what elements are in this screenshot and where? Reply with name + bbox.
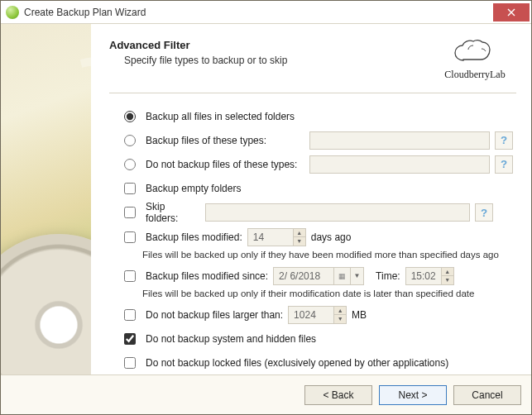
radio-label: Backup all files in selected folders <box>146 111 295 122</box>
close-button[interactable] <box>493 3 530 21</box>
brand-name: CloudberryLab <box>434 69 516 81</box>
checkbox-label: Backup files modified since: <box>146 270 268 282</box>
chevron-down-icon[interactable]: ▼ <box>350 268 363 284</box>
disc-icon <box>1 234 91 374</box>
radio-backup-types[interactable]: Backup files of these types: <box>124 135 304 146</box>
close-icon <box>507 8 515 17</box>
modified-days-value[interactable] <box>248 229 293 246</box>
checkbox-label: Backup empty folders <box>146 183 241 194</box>
wizard-window: Create Backup Plan Wizard Advanced Filte… <box>0 0 532 415</box>
since-time-spinner[interactable]: ▲ ▼ <box>405 267 454 285</box>
skip-folders-input[interactable] <box>205 203 470 222</box>
checkbox-label: Do not backup system and hidden files <box>146 333 316 345</box>
cancel-button[interactable]: Cancel <box>453 385 521 405</box>
backup-types-input[interactable] <box>309 131 490 150</box>
since-time-value[interactable] <box>406 268 441 284</box>
since-date-value: 2/ 6/2018 <box>279 270 330 282</box>
app-icon <box>6 6 19 19</box>
checkbox-skip-system[interactable]: Do not backup system and hidden files <box>124 327 513 350</box>
next-button[interactable]: Next > <box>379 385 447 405</box>
spin-up-icon[interactable]: ▲ <box>442 268 453 277</box>
window-title: Create Backup Plan Wizard <box>24 7 146 18</box>
checkbox-label: Backup files modified: <box>146 231 242 243</box>
calendar-icon[interactable]: ▦ <box>333 268 350 284</box>
checkbox-skip-locked-input[interactable] <box>124 357 136 369</box>
checkbox-skip-locked[interactable]: Do not backup locked files (exclusively … <box>124 351 513 374</box>
size-unit-label: MB <box>352 309 367 321</box>
brand-logo: CloudberryLab <box>434 39 516 81</box>
checkbox-label: Do not backup locked files (exclusively … <box>146 357 448 369</box>
spin-up-icon[interactable]: ▲ <box>294 229 305 238</box>
help-button[interactable]: ? <box>475 203 493 222</box>
wizard-footer: < Back Next > Cancel <box>1 374 531 414</box>
radio-label: Backup files of these types: <box>146 135 266 146</box>
radio-skip-types[interactable]: Do not backup files of these types: <box>124 159 304 170</box>
checkbox-modified-since[interactable]: Backup files modified since: <box>124 270 268 282</box>
divider <box>109 93 516 93</box>
side-artwork <box>1 24 91 374</box>
spin-down-icon[interactable]: ▼ <box>442 276 453 284</box>
since-date-input[interactable]: 2/ 6/2018 ▦ ▼ <box>273 267 364 285</box>
modified-since-note: Files will be backed up only if their mo… <box>142 289 513 298</box>
radio-label: Do not backup files of these types: <box>146 159 297 170</box>
checkbox-larger-than-input[interactable] <box>124 309 136 321</box>
checkbox-label: Do not backup files larger than: <box>146 309 283 321</box>
checkbox-backup-empty-input[interactable] <box>124 183 136 194</box>
cloud-icon <box>452 39 498 67</box>
modified-days-note: Files will be backed up only if they hav… <box>142 250 513 260</box>
wizard-main: Advanced Filter Specify file types to ba… <box>91 24 531 374</box>
checkbox-modified-since-input[interactable] <box>124 270 136 282</box>
page-subtitle: Specify file types to backup or to skip <box>124 55 434 66</box>
larger-than-value[interactable] <box>289 307 333 323</box>
checkbox-skip-folders-input[interactable] <box>124 207 136 218</box>
checkbox-larger-than[interactable]: Do not backup files larger than: <box>124 309 283 321</box>
help-button[interactable]: ? <box>495 155 513 174</box>
titlebar: Create Backup Plan Wizard <box>1 1 531 24</box>
checkbox-label: Skip folders: <box>146 201 200 224</box>
modified-days-spinner[interactable]: ▲ ▼ <box>247 228 306 246</box>
help-button[interactable]: ? <box>495 131 513 150</box>
checkbox-skip-system-input[interactable] <box>124 333 136 345</box>
checkbox-modified-days[interactable]: Backup files modified: <box>124 231 242 243</box>
radio-backup-all-input[interactable] <box>124 111 136 122</box>
checkbox-skip-folders[interactable]: Skip folders: <box>124 201 200 224</box>
page-title: Advanced Filter <box>109 39 434 51</box>
larger-than-spinner[interactable]: ▲ ▼ <box>288 306 347 324</box>
checkbox-backup-empty[interactable]: Backup empty folders <box>124 177 513 199</box>
radio-backup-all[interactable]: Backup all files in selected folders <box>124 105 513 127</box>
checkbox-modified-days-input[interactable] <box>124 231 136 243</box>
skip-types-input[interactable] <box>309 155 490 174</box>
time-label: Time: <box>376 270 400 282</box>
filter-form: Backup all files in selected folders Bac… <box>109 105 516 374</box>
spin-down-icon[interactable]: ▼ <box>294 237 305 246</box>
spin-up-icon[interactable]: ▲ <box>334 307 346 316</box>
days-ago-label: days ago <box>311 231 352 243</box>
radio-skip-types-input[interactable] <box>124 159 136 170</box>
radio-backup-types-input[interactable] <box>124 135 136 146</box>
back-button[interactable]: < Back <box>304 385 372 405</box>
wizard-body: Advanced Filter Specify file types to ba… <box>1 24 531 374</box>
spin-down-icon[interactable]: ▼ <box>334 315 346 323</box>
